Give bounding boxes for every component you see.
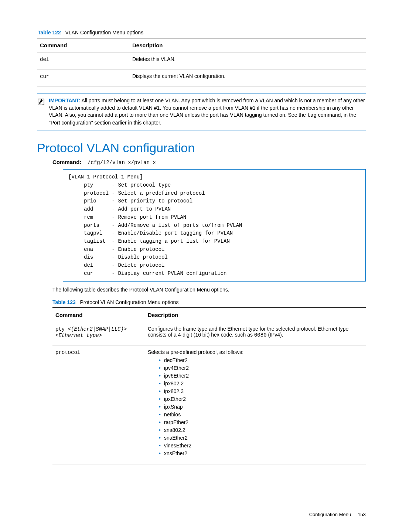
list-item: ipxEther2	[159, 395, 363, 403]
cmd-cur: cur	[40, 74, 49, 79]
list-item: ipx802.3	[159, 388, 363, 395]
important-body: IMPORTANT: All ports must belong to at l…	[49, 97, 366, 126]
pty-cmd-e: >	[99, 332, 102, 338]
page-footer: Configuration Menu 153	[309, 512, 366, 517]
table-row: cur Displays the current VLAN configurat…	[37, 69, 366, 86]
cmd-del: del	[40, 57, 49, 62]
command-label: Command:	[52, 159, 81, 165]
pty-cmd-d: Ethernet type	[58, 332, 99, 338]
footer-section: Configuration Menu	[309, 512, 351, 517]
table122: Command Description del Deletes this VLA…	[37, 38, 366, 86]
list-item: xnsEther2	[159, 450, 363, 457]
table122-caption: Table 122 VLAN Configuration Menu option…	[38, 30, 366, 35]
th-command: Command	[52, 308, 145, 322]
protocol-desc-lead: Selects a pre-defined protocol, as follo…	[148, 349, 243, 355]
table123-intro: The following table describes the Protoc…	[52, 287, 366, 293]
table-row: pty <(Ether2|SNAP|LLC)> <Ethernet type> …	[52, 322, 366, 345]
th-description: Description	[145, 308, 366, 322]
th-description: Description	[129, 38, 366, 52]
spacer	[77, 299, 79, 305]
table123-caption: Table 123 Protocol VLAN Configuration Me…	[52, 299, 366, 305]
list-item: vinesEther2	[159, 442, 363, 450]
page: Table 122 VLAN Configuration Menu option…	[0, 0, 399, 532]
table-header-row: Command Description	[37, 38, 366, 52]
footer-page: 153	[358, 512, 366, 517]
pty-cmd-a: pty <	[55, 326, 71, 332]
list-item: ipxSnap	[159, 403, 363, 411]
table122-title: VLAN Configuration Menu options	[65, 30, 143, 35]
spacer	[62, 30, 64, 35]
list-item: netbios	[159, 411, 363, 419]
note-icon	[37, 98, 45, 106]
protocol-list: decEther2 ipv4Ether2 ipv6Ether2 ipx802.2…	[148, 357, 363, 457]
table123-label: Table 123	[52, 299, 76, 305]
list-item: ipv4Ether2	[159, 364, 363, 372]
list-item: sna802.2	[159, 426, 363, 434]
list-item: rarpEther2	[159, 419, 363, 426]
important-lead: IMPORTANT:	[49, 98, 80, 103]
divider	[37, 130, 366, 130]
cell-desc: Selects a pre-defined protocol, as follo…	[145, 345, 366, 464]
table-header-row: Command Description	[52, 308, 366, 322]
tag-word: tag	[307, 112, 317, 118]
cell-cmd: del	[37, 52, 129, 69]
protocol-cmd: protocol	[55, 349, 80, 355]
list-item: ipv6Ether2	[159, 372, 363, 380]
command-line: Command: /cfg/l2/vlan x/pvlan x	[52, 159, 366, 166]
list-item: snaEther2	[159, 434, 363, 442]
pty-cmd-b: (Ether2|SNAP|LLC)	[71, 326, 124, 332]
list-item: decEther2	[159, 357, 363, 364]
cell-cmd: cur	[37, 69, 129, 86]
menu-code-box: [VLAN 1 Protocol 1 Menu] pty - Set proto…	[63, 169, 366, 282]
table-row: del Deletes this VLAN.	[37, 52, 366, 69]
important-callout: IMPORTANT: All ports must belong to at l…	[37, 93, 366, 130]
table-row: protocol Selects a pre-defined protocol,…	[52, 345, 366, 464]
pty-desc-code: 0080	[254, 332, 267, 338]
cell-desc: Configures the frame type and the Ethern…	[145, 322, 366, 345]
th-command: Command	[37, 38, 129, 52]
table122-label: Table 122	[38, 30, 61, 35]
pty-desc-a: Configures the frame type and the Ethern…	[148, 326, 348, 338]
command-value: /cfg/l2/vlan x/pvlan x	[88, 160, 156, 166]
section-heading: Protocol VLAN configuration	[37, 141, 366, 155]
cell-desc: Deletes this VLAN.	[129, 52, 366, 69]
list-item: ipx802.2	[159, 380, 363, 388]
cell-cmd: protocol	[52, 345, 145, 464]
cell-cmd: pty <(Ether2|SNAP|LLC)> <Ethernet type>	[52, 322, 145, 345]
pty-desc-b: (IPv4).	[267, 332, 283, 338]
table123: Command Description pty <(Ether2|SNAP|LL…	[52, 307, 366, 464]
cell-desc: Displays the current VLAN configuration.	[129, 69, 366, 86]
table123-title: Protocol VLAN Configuration Menu options	[80, 299, 178, 305]
